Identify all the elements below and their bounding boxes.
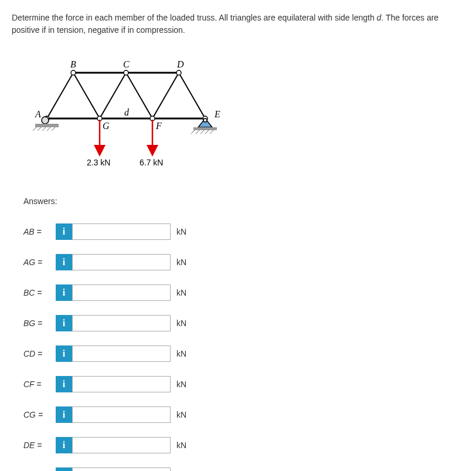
dim-label-d: d [124, 107, 130, 117]
answer-row-AG: AG = i kN [23, 254, 464, 270]
svg-line-29 [210, 130, 213, 134]
answer-label: CD = [23, 349, 56, 358]
node-label-A: A [35, 109, 41, 119]
answer-label: CG = [23, 410, 56, 419]
answer-label: DE = [23, 440, 56, 450]
node-label-C: C [123, 59, 130, 69]
answer-input-CG[interactable] [72, 406, 171, 423]
answer-row-DE: DE = i kN [23, 437, 464, 453]
answers-heading: Answers: [23, 196, 464, 206]
answer-row-DF: DF = i kN [23, 467, 464, 471]
problem-statement: Determine the force in each member of th… [12, 12, 464, 36]
answer-row-BG: BG = i kN [23, 315, 464, 331]
info-icon[interactable]: i [56, 345, 72, 362]
svg-point-13 [124, 70, 128, 75]
svg-line-19 [42, 127, 46, 131]
answer-input-DF[interactable] [72, 467, 171, 471]
svg-line-26 [196, 130, 199, 134]
svg-line-27 [200, 130, 204, 134]
svg-point-23 [203, 118, 207, 122]
svg-line-21 [52, 127, 55, 131]
problem-text-1: Determine the force in each member of th… [12, 13, 377, 22]
info-icon[interactable]: i [56, 284, 72, 301]
answer-input-DE[interactable] [72, 437, 171, 453]
node-label-F: F [155, 121, 162, 131]
info-icon[interactable]: i [56, 437, 72, 453]
svg-line-6 [152, 73, 179, 118]
answer-input-AG[interactable] [72, 254, 171, 270]
answer-input-CD[interactable] [72, 345, 171, 362]
unit-label: kN [176, 379, 186, 389]
answer-row-BC: BC = i kN [23, 284, 464, 301]
node-label-B: B [70, 59, 76, 69]
svg-line-2 [47, 73, 73, 118]
answer-input-AB[interactable] [72, 223, 171, 240]
info-icon[interactable]: i [56, 315, 72, 331]
svg-line-17 [33, 127, 36, 131]
svg-line-4 [100, 73, 126, 118]
answer-input-CF[interactable] [72, 376, 171, 392]
svg-point-14 [176, 70, 181, 75]
answer-row-CF: CF = i kN [23, 376, 464, 392]
svg-line-25 [191, 130, 195, 134]
unit-label: kN [176, 440, 186, 450]
svg-point-15 [42, 117, 49, 124]
force-label-1: 2.3 kN [87, 158, 110, 167]
truss-diagram: A B C D E F G d 2.3 kN 6.7 kN [23, 48, 464, 179]
info-icon[interactable]: i [56, 223, 72, 240]
info-icon[interactable]: i [56, 406, 72, 423]
svg-line-28 [205, 130, 209, 134]
node-label-E: E [214, 109, 220, 119]
unit-label: kN [176, 288, 186, 297]
info-icon[interactable]: i [56, 254, 72, 270]
answer-row-AB: AB = i kN [23, 223, 464, 240]
answer-label: AG = [23, 257, 56, 267]
answer-label: BC = [23, 288, 56, 297]
answer-label: AB = [23, 227, 56, 236]
answer-label: BG = [23, 318, 56, 328]
node-label-G: G [103, 121, 110, 131]
svg-line-7 [179, 73, 205, 118]
svg-rect-24 [193, 127, 217, 130]
info-icon[interactable]: i [56, 467, 72, 471]
answer-row-CG: CG = i kN [23, 406, 464, 423]
answer-row-CD: CD = i kN [23, 345, 464, 362]
svg-line-3 [73, 73, 100, 118]
svg-rect-16 [35, 124, 59, 127]
force-label-2: 6.7 kN [140, 158, 163, 167]
info-icon[interactable]: i [56, 376, 72, 392]
answer-label: CF = [23, 379, 56, 389]
svg-line-20 [47, 127, 50, 131]
unit-label: kN [176, 227, 186, 236]
svg-line-5 [126, 73, 152, 118]
unit-label: kN [176, 257, 186, 267]
svg-line-18 [38, 127, 41, 131]
answer-input-BG[interactable] [72, 315, 171, 331]
unit-label: kN [176, 410, 186, 419]
node-label-D: D [176, 59, 184, 69]
answers-container: AB = i kN AG = i kN BC = i kN BG = i kN … [23, 223, 464, 471]
unit-label: kN [176, 318, 186, 328]
svg-point-12 [71, 70, 76, 75]
unit-label: kN [176, 349, 186, 358]
answer-input-BC[interactable] [72, 284, 171, 301]
